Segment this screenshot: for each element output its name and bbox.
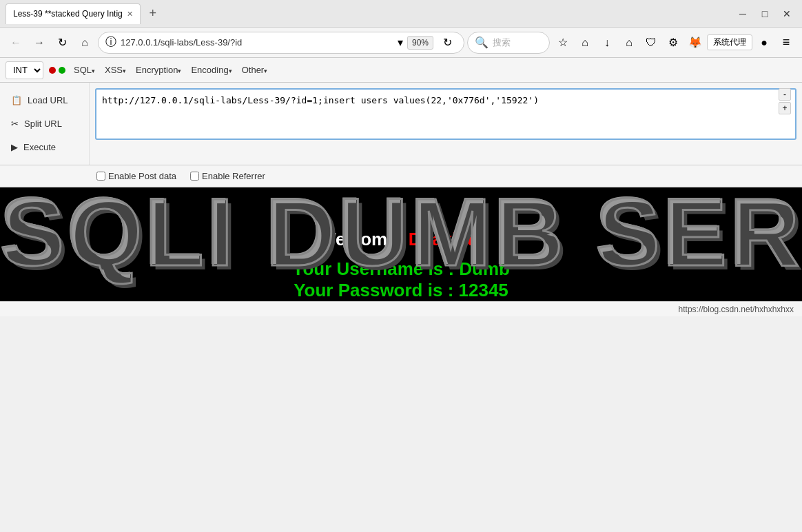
encoding-menu[interactable]: Encoding▾ bbox=[188, 63, 234, 76]
status-dots bbox=[49, 67, 65, 74]
bookmark-button[interactable]: ☆ bbox=[553, 32, 573, 53]
back-button[interactable]: ← bbox=[6, 32, 26, 53]
xss-menu[interactable]: XSS▾ bbox=[102, 63, 129, 76]
tool-sidebar: 📋 Load URL ✂ Split URL ▶ Execute bbox=[0, 83, 90, 165]
big-text-area: SQLI DUMB SERIES-39 bbox=[0, 187, 802, 301]
encryption-menu[interactable]: Encryption▾ bbox=[133, 63, 184, 76]
url-text: 127.0.0.1/sqli-labs/Less-39/?id bbox=[121, 37, 393, 48]
extension-button[interactable]: ⚙ bbox=[663, 32, 683, 53]
reload-btn-2[interactable]: ↻ bbox=[438, 33, 457, 52]
url-input-controls: - + bbox=[779, 88, 791, 114]
type-select[interactable]: INT bbox=[6, 61, 43, 79]
home-icon-btn[interactable]: ⌂ bbox=[575, 32, 595, 53]
shield-button[interactable]: 🛡 bbox=[641, 32, 661, 53]
tool-panel: 📋 Load URL ✂ Split URL ▶ Execute - + bbox=[0, 83, 802, 165]
firefox-icon-btn[interactable]: 🦊 bbox=[685, 32, 706, 53]
title-bar: Less-39 **stacked Query Intig ✕ + ─ □ ✕ bbox=[0, 0, 802, 28]
proxy-button[interactable]: 系统代理 bbox=[707, 34, 752, 50]
url-plus-btn[interactable]: + bbox=[779, 102, 791, 114]
home-button[interactable]: ⌂ bbox=[74, 32, 95, 53]
hackbar: INT SQL▾ XSS▾ Encryption▾ Encoding▾ Othe… bbox=[0, 58, 802, 83]
maximize-button[interactable]: □ bbox=[755, 4, 774, 23]
main-content: Welcome Dhakkan Your Username is : Dumb … bbox=[0, 187, 802, 301]
search-icon: 🔍 bbox=[475, 36, 489, 49]
reload-button[interactable]: ↻ bbox=[52, 33, 72, 52]
checkbox-row: Enable Post data Enable Referrer bbox=[0, 165, 802, 187]
tab-area: Less-39 **stacked Query Intig ✕ + bbox=[6, 3, 163, 24]
split-url-button[interactable]: ✂ Split URL bbox=[8, 116, 81, 132]
window-controls: ─ □ ✕ bbox=[733, 4, 796, 23]
split-url-icon: ✂ bbox=[11, 119, 19, 129]
execute-icon: ▶ bbox=[11, 142, 18, 152]
menu-button[interactable]: ≡ bbox=[776, 32, 796, 53]
toolbar-icons: ☆ ⌂ ↓ ⌂ 🛡 ⚙ 🦊 系统代理 ● ≡ bbox=[553, 32, 796, 53]
url-bar[interactable]: ⓘ 127.0.0.1/sqli-labs/Less-39/?id ▾ 90% … bbox=[98, 32, 464, 54]
status-bar: https://blog.csdn.net/hxhxhxhxx bbox=[0, 301, 802, 316]
search-box[interactable]: 🔍 搜索 bbox=[467, 32, 550, 54]
tab-close-btn[interactable]: ✕ bbox=[127, 10, 133, 19]
load-url-button[interactable]: 📋 Load URL bbox=[8, 92, 81, 108]
big-text: SQLI DUMB SERIES-39 bbox=[0, 187, 802, 288]
status-url: https://blog.csdn.net/hxhxhxhxx bbox=[679, 305, 794, 314]
home-btn2[interactable]: ⌂ bbox=[619, 32, 639, 53]
url-input[interactable] bbox=[95, 88, 796, 140]
download-button[interactable]: ↓ bbox=[597, 32, 617, 53]
close-button[interactable]: ✕ bbox=[777, 4, 796, 23]
minimize-button[interactable]: ─ bbox=[733, 4, 752, 23]
load-url-icon: 📋 bbox=[11, 95, 22, 105]
hackbar-menu: SQL▾ XSS▾ Encryption▾ Encoding▾ Other▾ bbox=[71, 63, 270, 76]
url-input-area: - + bbox=[90, 83, 802, 165]
referrer-checkbox-label[interactable]: Enable Referrer bbox=[190, 171, 265, 181]
red-dot bbox=[49, 67, 56, 74]
load-url-label: Load URL bbox=[28, 95, 68, 105]
dropdown-arrow: ▾ bbox=[398, 36, 403, 49]
referrer-checkbox[interactable] bbox=[190, 172, 199, 181]
post-data-checkbox[interactable] bbox=[96, 172, 105, 181]
new-tab-button[interactable]: + bbox=[143, 4, 163, 23]
avatar-button[interactable]: ● bbox=[754, 32, 774, 53]
post-data-checkbox-label[interactable]: Enable Post data bbox=[96, 171, 176, 181]
referrer-label: Enable Referrer bbox=[202, 171, 265, 181]
green-dot bbox=[59, 67, 65, 74]
search-placeholder: 搜索 bbox=[493, 37, 511, 49]
forward-button[interactable]: → bbox=[29, 32, 50, 53]
execute-button[interactable]: ▶ Execute bbox=[8, 139, 81, 155]
post-data-label: Enable Post data bbox=[108, 171, 176, 181]
address-bar: ← → ↻ ⌂ ⓘ 127.0.0.1/sqli-labs/Less-39/?i… bbox=[0, 28, 802, 58]
tab-title: Less-39 **stacked Query Intig bbox=[13, 9, 123, 19]
other-menu[interactable]: Other▾ bbox=[239, 63, 271, 76]
zoom-level[interactable]: 90% bbox=[407, 36, 433, 50]
execute-label: Execute bbox=[23, 142, 56, 152]
url-minus-btn[interactable]: - bbox=[779, 88, 791, 101]
sql-menu[interactable]: SQL▾ bbox=[71, 63, 98, 76]
split-url-label: Split URL bbox=[24, 119, 62, 129]
info-icon: ⓘ bbox=[105, 35, 116, 50]
active-tab[interactable]: Less-39 **stacked Query Intig ✕ bbox=[6, 3, 141, 24]
